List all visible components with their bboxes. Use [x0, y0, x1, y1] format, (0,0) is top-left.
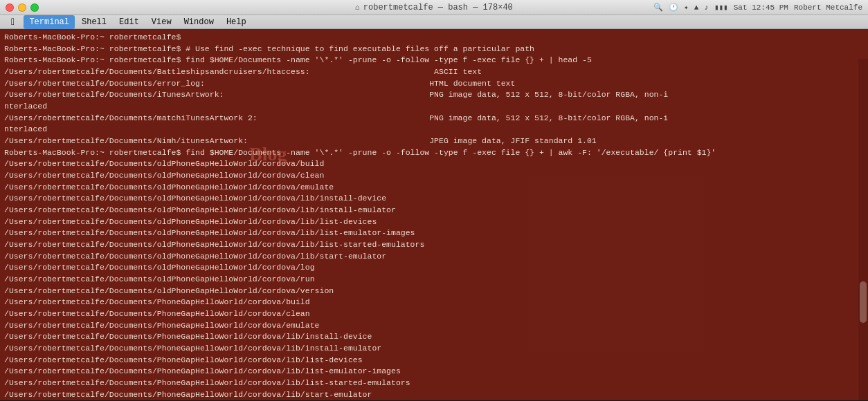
terminal-line: /Users/robertmetcalfe/Documents/PhoneGap…	[4, 297, 864, 308]
terminal-line: /Users/robertmetcalfe/Documents/oldPhone…	[4, 193, 864, 205]
menu-edit[interactable]: Edit	[114, 15, 145, 29]
terminal-line: /Users/robertmetcalfe/Documents/oldPhone…	[4, 239, 864, 251]
terminal-line: Roberts-MacBook-Pro:~ robertmetcalfe$ fi…	[4, 55, 864, 66]
terminal-line: /Users/robertmetcalfe/Documents/oldPhone…	[4, 227, 864, 239]
titlebar-left	[6, 3, 39, 12]
terminal-line: /Users/robertmetcalfe/Documents/oldPhone…	[4, 170, 864, 182]
menubar:  Terminal Shell Edit View Window Help	[0, 15, 868, 29]
terminal-line: /Users/robertmetcalfe/Documents/PhoneGap…	[4, 355, 864, 366]
terminal-line: /Users/robertmetcalfe/Documents/PhoneGap…	[4, 377, 864, 389]
terminal-line: /Users/robertmetcalfe/Documents/matchiTu…	[4, 113, 864, 124]
terminal-line: /Users/robertmetcalfe/Documents/PhoneGap…	[4, 366, 864, 377]
menu-window[interactable]: Window	[179, 15, 219, 29]
terminal-line: /Users/robertmetcalfe/Documents/oldPhone…	[4, 262, 864, 274]
terminal-line: Roberts-MacBook-Pro:~ robertmetcalfe$ # …	[4, 44, 864, 55]
menu-shell[interactable]: Shell	[76, 15, 112, 29]
scrollbar[interactable]	[858, 59, 868, 400]
terminal-line: /Users/robertmetcalfe/Documents/oldPhone…	[4, 286, 864, 297]
titlebar-right: 🔍 🕐 ✦ ▲ ♪ ▮▮▮ Sat 12:45 PM Robert Metcal…	[653, 3, 862, 12]
datetime: Sat 12:45 PM	[734, 3, 788, 12]
terminal-line: Roberts-MacBook-Pro:~ robertmetcalfe$ fi…	[4, 147, 864, 159]
terminal-wrapper: Roberts-MacBook-Pro:~ robertmetcalfe$Rob…	[0, 29, 868, 400]
bluetooth-icon: ✦	[684, 3, 689, 12]
titlebar: ⌂ robertmetcalfe — bash — 178×40 🔍 🕐 ✦ ▲…	[0, 0, 868, 15]
menu-help[interactable]: Help	[221, 15, 252, 29]
terminal-line: /Users/robertmetcalfe/Documents/oldPhone…	[4, 158, 864, 170]
terminal-line: /Users/robertmetcalfe/Documents/PhoneGap…	[4, 389, 864, 400]
terminal-line: /Users/robertmetcalfe/Documents/Nimh/itu…	[4, 136, 864, 147]
wifi-icon: ▲	[694, 3, 699, 12]
terminal-line: /Users/robertmetcalfe/Documents/oldPhone…	[4, 205, 864, 216]
terminal-line: /Users/robertmetcalfe/Documents/PhoneGap…	[4, 320, 864, 332]
terminal-line: /Users/robertmetcalfe/Documents/PhoneGap…	[4, 308, 864, 320]
terminal-line: nterlaced	[4, 101, 864, 113]
close-button[interactable]	[6, 3, 14, 12]
terminal-line: nterlaced	[4, 124, 864, 136]
traffic-lights	[6, 3, 39, 12]
terminal-content[interactable]: Roberts-MacBook-Pro:~ robertmetcalfe$Rob…	[0, 29, 868, 400]
battery-icon: ▮▮▮	[714, 3, 728, 12]
terminal-line: /Users/robertmetcalfe/Documents/Battlesh…	[4, 66, 864, 78]
terminal-line: /Users/robertmetcalfe/Documents/oldPhone…	[4, 251, 864, 263]
terminal-line: Roberts-MacBook-Pro:~ robertmetcalfe$	[4, 32, 864, 44]
terminal-line: /Users/robertmetcalfe/Documents/iTunesAr…	[4, 89, 864, 101]
terminal-line: /Users/robertmetcalfe/Documents/oldPhone…	[4, 274, 864, 286]
clock-icon: 🕐	[669, 3, 678, 12]
terminal-line: /Users/robertmetcalfe/Documents/error_lo…	[4, 78, 864, 90]
username: Robert Metcalfe	[794, 3, 862, 12]
menu-view[interactable]: View	[146, 15, 177, 29]
window-title: ⌂ robertmetcalfe — bash — 178×40	[355, 3, 513, 12]
volume-icon: ♪	[704, 3, 709, 12]
home-icon: ⌂	[355, 3, 360, 12]
minimize-button[interactable]	[18, 3, 26, 12]
scrollbar-thumb[interactable]	[860, 281, 867, 323]
apple-menu[interactable]: 	[6, 17, 22, 28]
terminal-line: /Users/robertmetcalfe/Documents/PhoneGap…	[4, 331, 864, 343]
maximize-button[interactable]	[30, 3, 39, 12]
terminal-line: /Users/robertmetcalfe/Documents/oldPhone…	[4, 216, 864, 228]
terminal-line: /Users/robertmetcalfe/Documents/oldPhone…	[4, 182, 864, 194]
menu-terminal[interactable]: Terminal	[24, 15, 75, 29]
terminal-line: /Users/robertmetcalfe/Documents/PhoneGap…	[4, 343, 864, 355]
search-icon[interactable]: 🔍	[653, 3, 663, 12]
